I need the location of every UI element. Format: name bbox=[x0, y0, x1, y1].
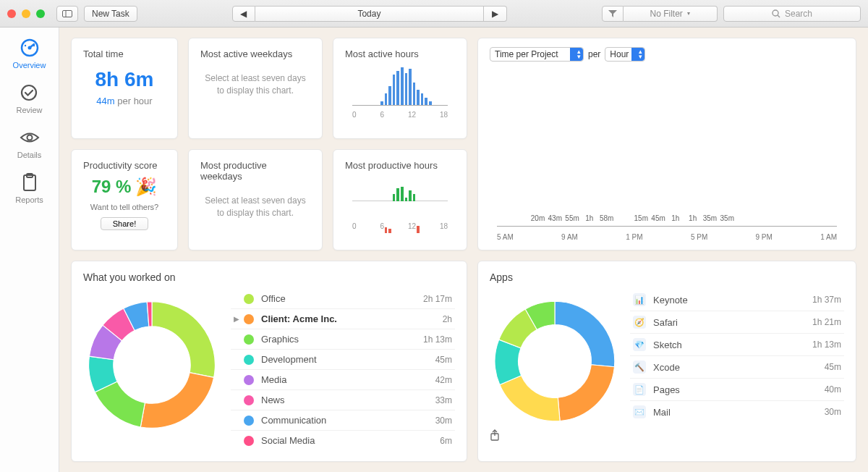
legend-value: 1h 13m bbox=[812, 340, 841, 350]
worked-on-legend: Office2h 17m▶Client: Acme Inc.2hGraphics… bbox=[231, 289, 455, 450]
legend-label: Graphics bbox=[261, 334, 423, 345]
metric-select[interactable]: Time per Project▴▾ bbox=[490, 47, 584, 62]
sidebar: Overview Review Details Reports bbox=[0, 28, 59, 472]
app-icon: 🔨 bbox=[633, 361, 646, 374]
close-window-button[interactable] bbox=[7, 9, 16, 18]
legend-row[interactable]: ✉️Mail30m bbox=[630, 401, 844, 423]
legend-label: Safari bbox=[653, 317, 812, 328]
toggle-sidebar-button[interactable] bbox=[56, 6, 78, 22]
legend-value: 30m bbox=[435, 416, 452, 426]
worked-on-card[interactable]: What you worked on Office2h 17m▶Client: … bbox=[71, 261, 467, 462]
active-hours-chart: 0 6 12 18 bbox=[345, 65, 455, 122]
prev-date-button[interactable]: ◀ bbox=[232, 6, 255, 22]
card-title: Productivity score bbox=[83, 160, 166, 171]
legend-row[interactable]: 🧭Safari1h 21m bbox=[630, 311, 844, 334]
legend-row[interactable]: Social Media6m bbox=[231, 431, 455, 450]
legend-row[interactable]: Communication30m bbox=[231, 410, 455, 431]
legend-label: Media bbox=[261, 374, 435, 385]
minimize-window-button[interactable] bbox=[22, 9, 30, 18]
app-icon: 🧭 bbox=[633, 316, 646, 329]
sidebar-item-label: Overview bbox=[13, 61, 46, 69]
sidebar-item-label: Review bbox=[16, 106, 42, 114]
share-icon[interactable] bbox=[490, 429, 844, 441]
eye-icon bbox=[20, 127, 40, 148]
apps-card[interactable]: Apps 📊Keynote1h 37m🧭Safari1h 21m💎Sketch1… bbox=[477, 261, 856, 462]
legend-label: Communication bbox=[261, 415, 435, 426]
legend-label: Pages bbox=[653, 384, 825, 395]
new-task-button[interactable]: New Task bbox=[84, 6, 137, 22]
legend-value: 30m bbox=[825, 407, 841, 417]
share-prompt: Want to tell others? bbox=[83, 203, 166, 211]
card-title: Total time bbox=[83, 49, 166, 59]
color-swatch-icon bbox=[244, 294, 254, 304]
color-swatch-icon bbox=[244, 395, 254, 405]
legend-row[interactable]: Media42m bbox=[231, 370, 455, 390]
legend-row[interactable]: 📊Keynote1h 37m bbox=[630, 289, 844, 311]
sidebar-item-review[interactable]: Review bbox=[16, 83, 42, 114]
legend-value: 1h 13m bbox=[423, 334, 452, 345]
date-range-label[interactable]: Today bbox=[255, 6, 484, 22]
card-title: Most productive weekdays bbox=[200, 160, 310, 182]
active-hours-card[interactable]: Most active hours 0 6 12 18 bbox=[333, 38, 467, 139]
legend-label: Office bbox=[261, 293, 423, 304]
legend-label: Xcode bbox=[653, 362, 825, 373]
search-field[interactable]: Search bbox=[723, 6, 861, 22]
legend-label: Mail bbox=[653, 407, 825, 418]
legend-label: Sketch bbox=[653, 340, 812, 350]
disclosure-icon: ▶ bbox=[234, 315, 241, 323]
empty-chart-message: Select at least seven days to display th… bbox=[200, 72, 310, 97]
legend-value: 45m bbox=[825, 362, 841, 372]
productive-weekdays-card[interactable]: Most productive weekdays Select at least… bbox=[188, 149, 323, 250]
filter-icon-button[interactable] bbox=[602, 6, 624, 22]
worked-on-donut bbox=[83, 296, 221, 434]
filter-group: No Filter ▾ bbox=[602, 6, 718, 22]
legend-row[interactable]: News33m bbox=[231, 390, 455, 410]
filter-dropdown[interactable]: No Filter ▾ bbox=[624, 6, 718, 22]
chart-controls: Time per Project▴▾ per Hour▴▾ bbox=[490, 47, 844, 62]
card-title: Most active hours bbox=[345, 49, 455, 59]
app-icon: 📄 bbox=[633, 383, 646, 396]
total-time-sub: 44m per hour bbox=[83, 96, 166, 106]
productivity-score-card[interactable]: Productivity score 79 %🎉 Want to tell ot… bbox=[71, 149, 178, 250]
legend-value: 42m bbox=[435, 375, 452, 385]
time-per-project-card[interactable]: Time per Project▴▾ per Hour▴▾ 20m43m55m1… bbox=[477, 38, 856, 250]
productive-hours-card[interactable]: Most productive hours 0 6 12 18 bbox=[333, 149, 467, 250]
active-weekdays-card[interactable]: Most active weekdays Select at least sev… bbox=[188, 38, 323, 139]
productivity-score-value: 79 %🎉 bbox=[83, 177, 166, 197]
legend-value: 6m bbox=[440, 436, 452, 446]
apps-donut bbox=[490, 296, 620, 426]
svg-point-7 bbox=[24, 45, 25, 46]
titlebar: New Task ◀ Today ▶ No Filter ▾ Search bbox=[0, 0, 868, 28]
legend-row[interactable]: ▶Client: Acme Inc.2h bbox=[231, 309, 455, 329]
sidebar-item-reports[interactable]: Reports bbox=[15, 172, 43, 204]
legend-label: Development bbox=[261, 354, 435, 365]
content-area: Total time 8h 6m 44m per hour Most activ… bbox=[59, 28, 868, 472]
legend-value: 2h bbox=[443, 314, 452, 324]
card-title: What you worked on bbox=[83, 271, 455, 283]
granularity-select[interactable]: Hour▴▾ bbox=[605, 47, 645, 62]
legend-row[interactable]: Graphics1h 13m bbox=[231, 329, 455, 350]
gauge-icon bbox=[20, 38, 40, 58]
color-swatch-icon bbox=[244, 334, 254, 345]
sidebar-item-overview[interactable]: Overview bbox=[13, 38, 46, 69]
legend-value: 33m bbox=[435, 395, 452, 405]
zoom-window-button[interactable] bbox=[36, 9, 45, 18]
app-icon: 💎 bbox=[633, 338, 646, 351]
apps-legend: 📊Keynote1h 37m🧭Safari1h 21m💎Sketch1h 13m… bbox=[630, 289, 844, 426]
legend-row[interactable]: Office2h 17m bbox=[231, 289, 455, 309]
legend-row[interactable]: 📄Pages40m bbox=[630, 379, 844, 401]
color-swatch-icon bbox=[244, 416, 254, 426]
sidebar-item-label: Reports bbox=[15, 195, 43, 204]
sidebar-item-details[interactable]: Details bbox=[17, 127, 42, 159]
legend-label: News bbox=[261, 395, 435, 405]
total-time-card[interactable]: Total time 8h 6m 44m per hour bbox=[71, 38, 178, 139]
legend-row[interactable]: 💎Sketch1h 13m bbox=[630, 334, 844, 356]
legend-label: Keynote bbox=[653, 295, 812, 305]
card-title: Most productive hours bbox=[345, 160, 455, 171]
share-button[interactable]: Share! bbox=[101, 217, 148, 230]
legend-row[interactable]: Development45m bbox=[231, 350, 455, 370]
svg-rect-0 bbox=[63, 10, 72, 17]
legend-value: 1h 37m bbox=[812, 295, 841, 305]
legend-row[interactable]: 🔨Xcode45m bbox=[630, 356, 844, 379]
next-date-button[interactable]: ▶ bbox=[484, 6, 507, 22]
